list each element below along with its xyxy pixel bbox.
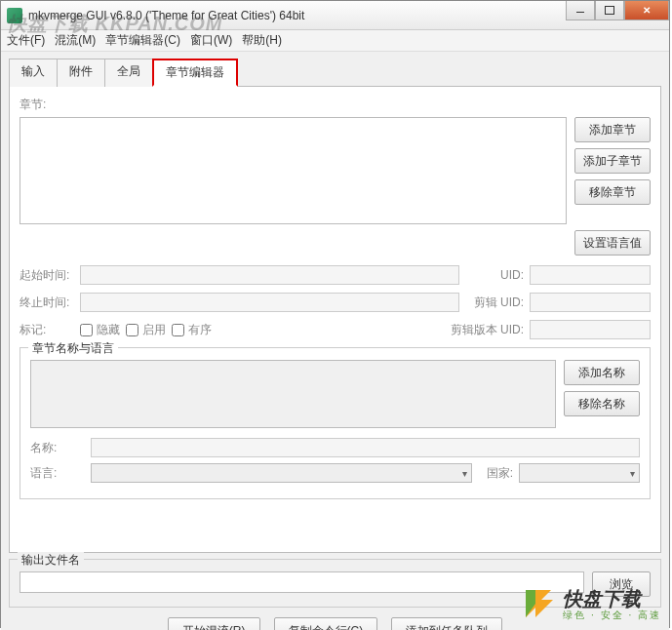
ordered-checkbox-wrap: 有序 — [172, 322, 212, 338]
tab-chapter-editor[interactable]: 章节编辑器 — [152, 59, 238, 87]
language-select[interactable] — [91, 463, 472, 483]
copy-cmdline-button[interactable]: 复制命令行(C) — [274, 617, 378, 630]
country-select[interactable] — [519, 463, 640, 483]
tabs: 输入 附件 全局 章节编辑器 — [9, 58, 661, 87]
menu-file[interactable]: 文件(F) — [7, 32, 45, 49]
close-icon — [643, 5, 651, 16]
chapters-label: 章节: — [20, 97, 651, 113]
app-window: mkvmerge GUI v6.8.0 ('Theme for Great Ci… — [0, 0, 670, 628]
language-label: 语言: — [30, 465, 85, 482]
output-group-title: 输出文件名 — [18, 552, 84, 569]
flags-label: 标记: — [20, 322, 74, 338]
segment-uid-input[interactable] — [530, 293, 651, 312]
ordered-label: 有序 — [188, 322, 212, 338]
add-to-queue-button[interactable]: 添加到任务队列 — [391, 617, 502, 630]
app-icon — [7, 8, 22, 23]
add-name-button[interactable]: 添加名称 — [564, 360, 640, 385]
menubar: 文件(F) 混流(M) 章节编辑器(C) 窗口(W) 帮助(H) — [1, 30, 669, 52]
logo-sub-text: 绿色 · 安全 · 高速 — [563, 610, 661, 620]
segment-edition-uid-label: 剪辑版本 UID: — [442, 322, 524, 338]
chapters-section: 章节: 添加章节 添加子章节 移除章节 设置语言值 — [20, 97, 651, 256]
close-button[interactable] — [624, 1, 669, 20]
maximize-button[interactable] — [595, 1, 624, 20]
hidden-label: 隐藏 — [97, 322, 120, 338]
segment-uid-label: 剪辑 UID: — [465, 295, 524, 311]
chapters-tree[interactable] — [20, 117, 567, 224]
footer-logo: 快盘下载 绿色 · 安全 · 高速 — [522, 586, 661, 621]
menu-chapter-editor[interactable]: 章节编辑器(C) — [105, 32, 180, 49]
content-area: 输入 附件 全局 章节编辑器 章节: 添加章节 添加子章节 移除章节 设置语言值 — [1, 52, 669, 630]
svg-marker-1 — [526, 590, 535, 617]
add-subchapter-button[interactable]: 添加子章节 — [574, 148, 651, 174]
menu-muxing[interactable]: 混流(M) — [55, 32, 96, 49]
name-input[interactable] — [91, 438, 640, 457]
start-time-label: 起始时间: — [20, 267, 74, 284]
names-list[interactable] — [30, 360, 556, 428]
remove-chapter-button[interactable]: 移除章节 — [574, 179, 651, 205]
enabled-label: 启用 — [142, 322, 166, 338]
minimize-icon — [576, 8, 584, 13]
start-muxing-button[interactable]: 开始混流(R) — [168, 617, 260, 630]
uid-label: UID: — [465, 268, 524, 282]
start-time-input[interactable] — [80, 265, 459, 285]
window-title: mkvmerge GUI v6.8.0 ('Theme for Great Ci… — [28, 9, 304, 22]
segment-edition-uid-input[interactable] — [530, 320, 651, 339]
name-lang-group-title: 章节名称与语言 — [28, 340, 118, 357]
logo-k-icon — [522, 586, 557, 621]
end-time-label: 终止时间: — [20, 295, 74, 311]
end-time-input[interactable] — [80, 293, 459, 312]
window-controls — [566, 1, 669, 20]
tab-panel-chapter-editor: 章节: 添加章节 添加子章节 移除章节 设置语言值 起始时间: — [9, 87, 661, 553]
enabled-checkbox-wrap: 启用 — [126, 322, 166, 338]
add-chapter-button[interactable]: 添加章节 — [574, 117, 651, 142]
set-values-button[interactable]: 设置语言值 — [574, 230, 651, 256]
titlebar: mkvmerge GUI v6.8.0 ('Theme for Great Ci… — [1, 1, 669, 30]
minimize-button[interactable] — [566, 1, 595, 20]
menu-window[interactable]: 窗口(W) — [190, 32, 232, 49]
logo-main-text: 快盘下载 — [563, 588, 661, 610]
uid-input[interactable] — [530, 265, 651, 285]
fields-grid: 起始时间: UID: 终止时间: 剪辑 UID: 标记: 隐藏 — [20, 265, 651, 339]
hidden-checkbox-wrap: 隐藏 — [80, 322, 120, 338]
tab-global[interactable]: 全局 — [104, 59, 153, 87]
ordered-checkbox[interactable] — [172, 324, 184, 336]
name-label: 名称: — [30, 440, 85, 456]
country-label: 国家: — [478, 465, 513, 482]
enabled-checkbox[interactable] — [126, 324, 138, 336]
tab-input[interactable]: 输入 — [9, 59, 58, 87]
hidden-checkbox[interactable] — [80, 324, 93, 336]
tab-attachments[interactable]: 附件 — [57, 59, 105, 87]
output-file-input[interactable] — [20, 571, 584, 593]
remove-name-button[interactable]: 移除名称 — [564, 391, 640, 416]
maximize-icon — [605, 6, 614, 15]
name-lang-group: 章节名称与语言 添加名称 移除名称 名称: 语言: 国家: — [20, 347, 651, 499]
menu-help[interactable]: 帮助(H) — [242, 32, 282, 49]
